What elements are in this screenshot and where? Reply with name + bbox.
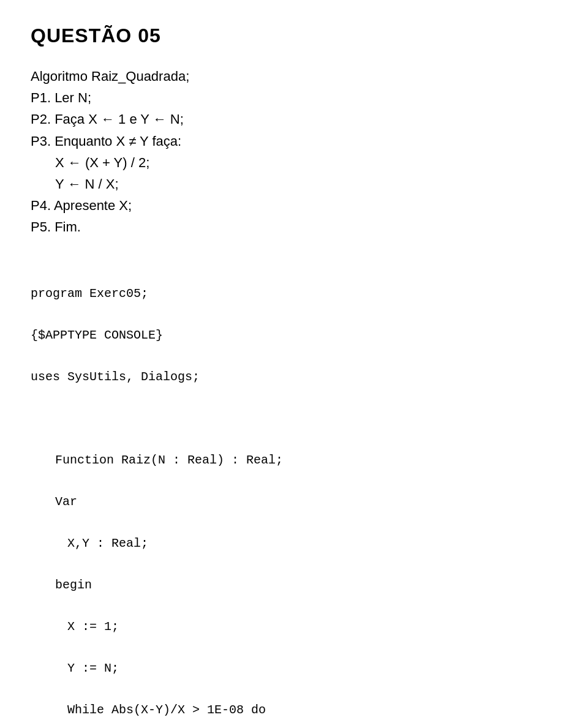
- algorithm-text: Algoritmo Raiz_Quadrada; P1. Ler N; P2. …: [31, 66, 557, 238]
- algorithm-section: Algoritmo Raiz_Quadrada; P1. Ler N; P2. …: [31, 66, 557, 238]
- code-line-1: program Exerc05;: [31, 283, 557, 304]
- code-section: program Exerc05; {$APPTYPE CONSOLE} uses…: [31, 263, 557, 721]
- code-block: program Exerc05; {$APPTYPE CONSOLE} uses…: [31, 263, 557, 721]
- code-line-5: Function Raiz(N : Real) : Real;: [31, 450, 557, 471]
- code-line-11: While Abs(X-Y)/X > 1E-08 do: [31, 700, 557, 721]
- algo-line-2: P1. Ler N;: [31, 87, 557, 108]
- algo-line-6: Y ← N / X;: [31, 173, 557, 195]
- algo-line-8: P5. Fim.: [31, 216, 557, 238]
- algo-line-1: Algoritmo Raiz_Quadrada;: [31, 66, 557, 87]
- code-line-9: X := 1;: [31, 617, 557, 637]
- code-line-4: [31, 408, 557, 429]
- code-line-8: begin: [31, 575, 557, 596]
- page-title: QUESTÃO 05: [31, 24, 557, 47]
- code-line-6: Var: [31, 492, 557, 512]
- code-line-3: uses SysUtils, Dialogs;: [31, 367, 557, 388]
- algo-line-7: P4. Apresente X;: [31, 195, 557, 216]
- algo-line-3: P2. Faça X ← 1 e Y ← N;: [31, 108, 557, 130]
- code-line-10: Y := N;: [31, 658, 557, 679]
- algo-line-5: X ← (X + Y) / 2;: [31, 152, 557, 173]
- code-line-2: {$APPTYPE CONSOLE}: [31, 325, 557, 346]
- algo-line-4: P3. Enquanto X ≠ Y faça:: [31, 130, 557, 152]
- code-line-7: X,Y : Real;: [31, 533, 557, 554]
